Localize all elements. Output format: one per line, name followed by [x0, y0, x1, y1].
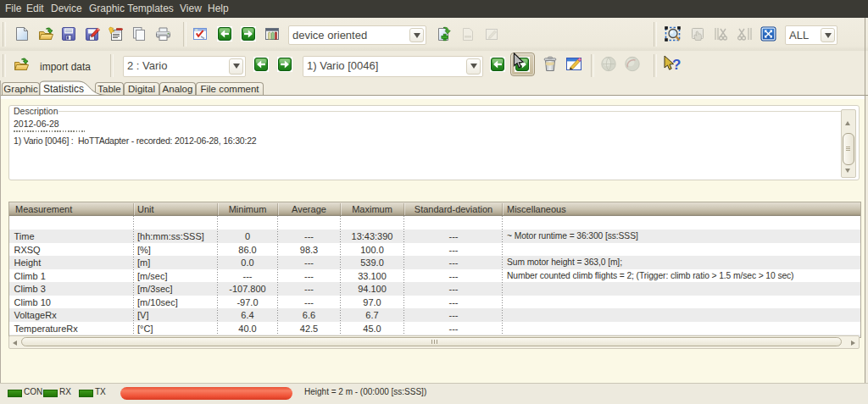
svg-text:?: ? [672, 57, 681, 73]
